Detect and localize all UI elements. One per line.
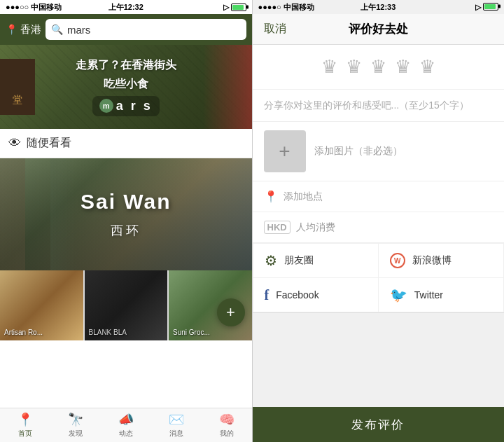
left-carrier: ●●●○○ 中国移动: [6, 2, 62, 13]
nav-home-label: 首页: [18, 429, 32, 438]
share-facebook-button[interactable]: f Facebook: [253, 278, 378, 312]
facebook-icon: f: [265, 287, 270, 303]
right-gps-icon: ▷: [475, 3, 481, 12]
search-box[interactable]: 🔍 mars: [46, 19, 246, 40]
browse-title: 随便看看: [27, 136, 71, 151]
star-3[interactable]: ♛: [370, 56, 386, 78]
search-text: mars: [67, 24, 90, 36]
nav-home-icon: 📍: [18, 412, 33, 427]
right-panel: ●●●●○ 中国移动 上午12:33 ▷ 取消 评价好去处 ♛ ♛ ♛ ♛ ♛ …: [253, 0, 505, 442]
saiwan-bg: [0, 158, 252, 270]
add-photo-button[interactable]: +: [264, 130, 306, 172]
nav-activity[interactable]: 📣 动态: [101, 408, 151, 442]
hkd-label: 人均消费: [296, 221, 335, 234]
review-textarea-section[interactable]: 分享你对这里的评价和感受吧...（至少15个字）: [253, 90, 505, 122]
add-location-pin-icon: 📍: [264, 190, 278, 203]
left-panel: ●●●○○ 中国移动 上午12:32 ▷ 📍 香港 🔍 mars 堂 走累了？在…: [0, 0, 252, 442]
right-status-bar: ●●●●○ 中国移动 上午12:33 ▷: [253, 0, 505, 14]
weibo-icon: W: [390, 253, 405, 268]
saiwan-name-en: Sai Wan: [80, 190, 172, 214]
publish-button[interactable]: 发布评价: [253, 407, 505, 442]
left-signal: ●●●○○ 中国移动: [6, 2, 86, 13]
star-1[interactable]: ♛: [321, 56, 337, 78]
share-twitter-button[interactable]: 🐦 Twitter: [379, 278, 503, 312]
nav-activity-label: 动态: [119, 429, 133, 438]
share-moments-label: 朋友圈: [284, 254, 314, 267]
left-status-bar: ●●●○○ 中国移动 上午12:32 ▷: [0, 0, 252, 14]
hkd-section[interactable]: HKD 人均消费: [253, 212, 505, 243]
thumb-label-2: BLANK BLA: [89, 329, 127, 336]
mars-m-icon: m: [99, 99, 113, 113]
add-photo-section[interactable]: + 添加图片（非必选）: [253, 122, 505, 181]
review-placeholder-text: 分享你对这里的评价和感受吧...（至少15个字）: [264, 99, 469, 111]
nav-messages[interactable]: ✉️ 消息: [151, 408, 202, 442]
search-header: 📍 香港 🔍 mars: [0, 14, 252, 45]
banner-section[interactable]: 堂 走累了？在香港街头 吃些小食 m a r s: [0, 45, 252, 129]
nav-profile-icon: 🧠: [219, 412, 234, 427]
twitter-icon: 🐦: [390, 286, 407, 303]
location-pin-icon: 📍: [6, 24, 18, 35]
location-badge[interactable]: 📍 香港: [6, 23, 41, 36]
moments-icon: ⚙: [265, 252, 277, 269]
browse-section[interactable]: 👁 随便看看: [0, 129, 252, 158]
thumbnail-row: Artisan Ro... BLANK BLA Suni Groc... +: [0, 270, 252, 340]
left-battery: ▷: [166, 3, 246, 12]
nav-discover-icon: 🔭: [68, 412, 83, 427]
right-battery-area: ▷: [419, 3, 499, 12]
add-photo-icon: +: [279, 140, 290, 163]
cancel-button[interactable]: 取消: [264, 22, 286, 36]
location-text: 香港: [20, 23, 41, 36]
battery-icon: [231, 4, 246, 11]
banner-content: 走累了？在香港街头 吃些小食 m a r s: [76, 58, 176, 116]
right-page-title: 评价好去处: [349, 21, 408, 37]
right-time: 上午12:33: [338, 2, 419, 13]
saiwan-banner[interactable]: Sai Wan 西环: [0, 158, 252, 270]
nav-home[interactable]: 📍 首页: [0, 408, 50, 442]
banner-right-decoration: [203, 45, 252, 129]
stars-section[interactable]: ♛ ♛ ♛ ♛ ♛: [253, 45, 505, 90]
share-moments-button[interactable]: ⚙ 朋友圈: [253, 244, 378, 277]
hkd-badge: HKD: [264, 221, 290, 234]
thumbnail-2[interactable]: BLANK BLA: [85, 270, 168, 340]
battery-fill: [232, 5, 244, 10]
nav-profile-label: 我的: [220, 429, 234, 438]
share-facebook-label: Facebook: [276, 289, 318, 301]
thumb-label-1: Artisan Ro...: [4, 329, 43, 336]
star-4[interactable]: ♛: [395, 56, 411, 78]
add-location-label: 添加地点: [284, 191, 323, 203]
share-section: ⚙ 朋友圈 W 新浪微博 f Facebook 🐦 Twitter: [253, 243, 505, 313]
nav-discover[interactable]: 🔭 发现: [50, 408, 101, 442]
banner-text-line2: 吃些小食: [104, 77, 148, 92]
left-time: 上午12:32: [86, 2, 167, 13]
nav-profile[interactable]: 🧠 我的: [202, 408, 252, 442]
share-weibo-button[interactable]: W 新浪微博: [379, 244, 503, 277]
left-gps-icon: ▷: [223, 3, 229, 12]
search-icon: 🔍: [51, 24, 63, 35]
nav-messages-icon: ✉️: [169, 412, 184, 427]
banner-text-line1: 走累了？在香港街头: [76, 58, 176, 73]
right-carrier: ●●●●○ 中国移动: [258, 2, 339, 13]
right-battery-icon: [483, 3, 498, 11]
nav-discover-label: 发现: [69, 429, 83, 438]
eye-icon: 👁: [8, 136, 21, 151]
add-photo-label: 添加图片（非必选）: [314, 145, 402, 158]
share-weibo-label: 新浪微博: [412, 254, 451, 267]
right-header: 取消 评价好去处: [253, 14, 505, 45]
star-5[interactable]: ♛: [419, 56, 435, 78]
bottom-nav: 📍 首页 🔭 发现 📣 动态 ✉️ 消息 🧠 我的: [0, 408, 252, 442]
thumbnail-1[interactable]: Artisan Ro...: [0, 270, 83, 340]
nav-activity-icon: 📣: [118, 412, 134, 427]
share-twitter-label: Twitter: [414, 289, 443, 301]
saiwan-name-cn: 西环: [111, 222, 141, 239]
nav-messages-label: 消息: [169, 429, 183, 438]
star-2[interactable]: ♛: [346, 56, 362, 78]
banner-left-tag: 堂: [0, 59, 35, 115]
thumbnail-3[interactable]: Suni Groc... +: [169, 270, 252, 340]
banner-logo: m a r s: [92, 96, 160, 116]
add-fab-button[interactable]: +: [217, 298, 245, 326]
thumb-label-3: Suni Groc...: [173, 329, 210, 336]
add-location-section[interactable]: 📍 添加地点: [253, 181, 505, 212]
mars-logo-text: a r s: [116, 99, 153, 113]
